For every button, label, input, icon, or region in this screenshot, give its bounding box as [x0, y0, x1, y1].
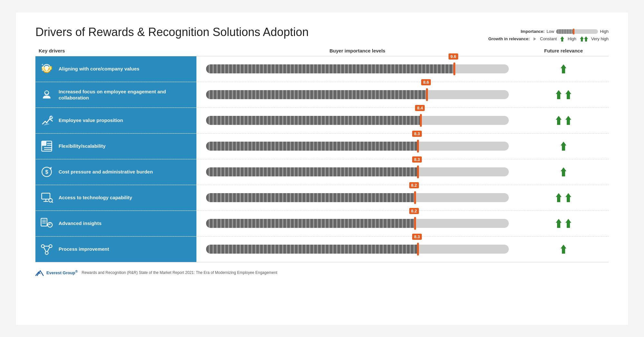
- bar-marker-flexibility: 8.3: [417, 140, 419, 153]
- footer-text: Rewards and Recognition (R&R) State of t…: [82, 270, 277, 275]
- high-label: High: [600, 29, 609, 34]
- driver-cell-process: Process improvement: [35, 237, 196, 262]
- bar-track-flexibility: 8.3: [206, 142, 509, 151]
- table-row: $ Cost pressure and administrative burde…: [35, 159, 609, 185]
- svg-marker-51: [556, 219, 562, 228]
- svg-marker-36: [561, 167, 566, 176]
- bar-marker-evp: 8.4: [420, 114, 422, 127]
- driver-cell-evp: Employee value proposition: [35, 108, 196, 133]
- svg-marker-20: [561, 64, 566, 73]
- bar-track-aligning: 9.6: [206, 64, 509, 73]
- svg-marker-52: [565, 219, 571, 228]
- table-row: Process improvement 8.3: [35, 237, 609, 262]
- bar-fill-insights: [206, 219, 415, 228]
- up-arrow-icon: [564, 89, 573, 100]
- legend-bar: [556, 29, 598, 34]
- bar-value-flexibility: 8.3: [412, 131, 422, 137]
- table-row: Access to technology capability 8.2: [35, 185, 609, 211]
- col-buyer-importance: Buyer importance levels: [196, 48, 518, 53]
- up-arrow-icon: [559, 64, 568, 74]
- bar-value-insights: 8.2: [409, 208, 419, 214]
- bar-value-engagement: 8.6: [421, 79, 431, 85]
- svg-marker-14: [584, 36, 588, 42]
- driver-cell-cost: $ Cost pressure and administrative burde…: [35, 159, 196, 185]
- svg-line-49: [48, 224, 50, 225]
- relevance-cell-process: [518, 237, 609, 262]
- bar-track-insights: 8.2: [206, 219, 509, 228]
- up-arrow-icon: [564, 115, 573, 126]
- table-header: Key drivers Buyer importance levels Futu…: [35, 45, 609, 56]
- bar-cell-evp: 8.4: [196, 108, 518, 133]
- relevance-cell-insights: [518, 211, 609, 236]
- bar-track-technology: 8.2: [206, 193, 509, 202]
- very-high-arrows-icon: [579, 36, 589, 42]
- svg-marker-25: [556, 116, 562, 125]
- svg-rect-44: [41, 218, 47, 226]
- svg-line-41: [52, 201, 53, 203]
- bar-marker-insights: 8.2: [414, 217, 416, 230]
- bar-track-engagement: 8.6: [206, 90, 509, 99]
- up-arrow-icon: [564, 192, 573, 203]
- bar-cell-engagement: 8.6: [196, 82, 518, 108]
- constant-label: Constant: [540, 36, 557, 41]
- bar-fill-flexibility: [206, 142, 418, 151]
- bar-marker-engagement: 8.6: [426, 88, 428, 101]
- relevance-cell-flexibility: [518, 134, 609, 159]
- main-table: Key drivers Buyer importance levels Futu…: [35, 45, 609, 262]
- table-row: Advanced insights 8.2: [35, 211, 609, 237]
- svg-rect-37: [42, 193, 50, 199]
- up-arrow-icon: [554, 89, 563, 100]
- bar-value-aligning: 9.6: [449, 53, 458, 60]
- driver-icon-engagement: [39, 87, 55, 103]
- bar-cell-flexibility: 8.3: [196, 134, 518, 159]
- bar-fill-evp: [206, 116, 421, 125]
- svg-marker-11: [534, 37, 536, 41]
- table-body: 🤝 + + + Aligning with core/company value…: [35, 56, 609, 262]
- high-growth-label: High: [568, 36, 576, 41]
- svg-marker-33: [561, 142, 566, 151]
- bar-value-process: 8.3: [412, 234, 422, 240]
- up-arrow-icon: [554, 115, 563, 126]
- driver-icon-process: [39, 241, 55, 257]
- bar-cell-technology: 8.2: [196, 185, 518, 211]
- bar-fill-cost: [206, 167, 418, 176]
- svg-marker-42: [556, 193, 562, 202]
- company-logo: Everest Group®: [35, 269, 78, 276]
- bar-track-evp: 8.4: [206, 116, 509, 125]
- low-label: Low: [546, 29, 554, 34]
- bar-value-cost: 8.3: [412, 156, 422, 163]
- driver-cell-aligning: 🤝 + + + Aligning with core/company value…: [35, 56, 196, 82]
- driver-label-evp: Employee value proposition: [59, 117, 123, 124]
- bar-value-technology: 8.2: [409, 182, 419, 188]
- bar-fill-process: [206, 245, 418, 254]
- up-arrow-icon: [559, 167, 568, 177]
- svg-point-54: [49, 245, 52, 248]
- driver-cell-insights: Advanced insights: [35, 211, 196, 236]
- up-arrow-icon: [554, 192, 563, 203]
- driver-icon-aligning: 🤝 + + +: [39, 61, 55, 77]
- driver-label-insights: Advanced insights: [59, 220, 101, 227]
- svg-marker-13: [580, 36, 584, 42]
- bar-track-process: 8.3: [206, 245, 509, 254]
- svg-marker-43: [565, 193, 571, 202]
- bar-cell-insights: 8.2: [196, 211, 518, 236]
- svg-marker-23: [565, 90, 571, 99]
- bar-marker-technology: 8.2: [414, 191, 416, 204]
- up-arrow-icon: [559, 141, 568, 151]
- driver-cell-technology: Access to technology capability: [35, 185, 196, 211]
- up-arrow-icon: [564, 218, 573, 229]
- svg-point-53: [41, 245, 44, 248]
- bar-marker-cost: 8.3: [417, 165, 419, 178]
- svg-rect-10: [573, 29, 574, 34]
- svg-text:+: +: [42, 69, 43, 72]
- bar-cell-process: 8.3: [196, 237, 518, 262]
- driver-cell-engagement: Increased focus on employee engagement a…: [35, 82, 196, 108]
- relevance-cell-engagement: [518, 82, 609, 108]
- relevance-cell-cost: [518, 159, 609, 185]
- bar-cell-cost: 8.3: [196, 159, 518, 185]
- table-row: Flexibility/scalability 8.3: [35, 134, 609, 159]
- company-name: Everest Group®: [46, 269, 78, 275]
- driver-label-engagement: Increased focus on employee engagement a…: [59, 89, 193, 101]
- svg-marker-12: [560, 36, 564, 42]
- table-row: Employee value proposition 8.4: [35, 108, 609, 134]
